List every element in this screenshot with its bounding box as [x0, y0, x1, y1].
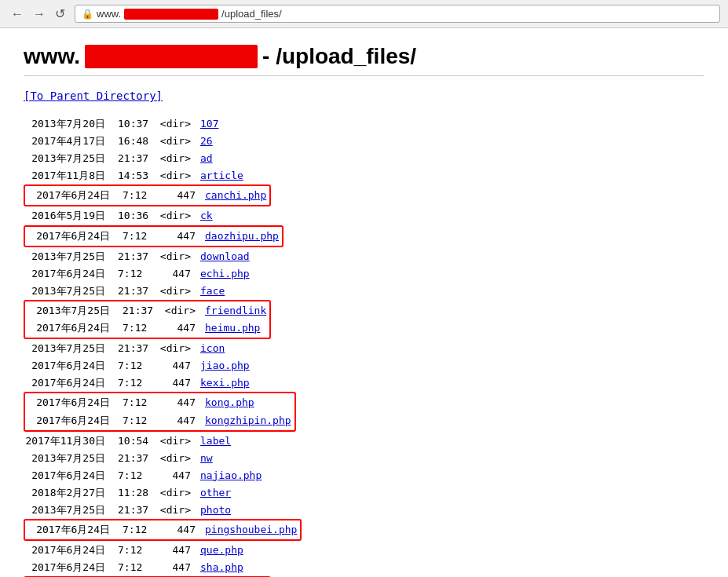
file-time: 21:37	[118, 283, 153, 300]
list-item: 2017年6月24日7:12447daozhipu.php	[28, 228, 279, 245]
file-link[interactable]: jiao.php	[200, 360, 250, 371]
file-link[interactable]: icon	[200, 342, 225, 354]
list-item: 2017年6月24日7:12447que.php	[24, 542, 704, 559]
file-time: 7:12	[118, 374, 153, 392]
list-item: 2013年7月25日21:37<dir>ad	[24, 150, 704, 167]
file-size: 447	[158, 412, 205, 429]
file-name[interactable]: other	[200, 484, 231, 502]
file-name[interactable]: kong.php	[205, 394, 254, 411]
file-name[interactable]: friendlink	[205, 302, 266, 320]
file-link[interactable]: pingshoubei.php	[205, 524, 297, 535]
file-name[interactable]: que.php	[200, 542, 243, 559]
file-size: <dir>	[153, 484, 200, 502]
file-size: <dir>	[158, 302, 205, 320]
file-link[interactable]: download	[200, 250, 250, 262]
file-name[interactable]: canchi.php	[205, 187, 266, 204]
file-name[interactable]: echi.php	[200, 265, 250, 283]
file-time: 21:37	[123, 302, 158, 320]
file-size: 447	[158, 394, 205, 411]
file-name[interactable]: jiao.php	[200, 357, 250, 374]
file-link[interactable]: article	[200, 170, 243, 181]
file-name[interactable]: photo	[200, 502, 231, 519]
file-date: 2016年5月19日	[24, 207, 118, 225]
boxed-group: 2017年6月24日7:12447canchi.php	[24, 184, 271, 206]
file-time: 21:37	[118, 248, 153, 265]
title-redacted	[85, 45, 258, 68]
file-link[interactable]: kexi.php	[200, 377, 250, 389]
file-name[interactable]: sha.php	[200, 559, 243, 576]
file-date: 2013年7月25日	[24, 502, 118, 519]
file-date: 2017年11月8日	[24, 167, 118, 184]
file-size: <dir>	[153, 433, 200, 450]
file-name[interactable]: kexi.php	[200, 374, 250, 392]
file-size: 447	[153, 559, 200, 576]
title-suffix: - /upload_files/	[262, 44, 416, 69]
file-date: 2017年6月24日	[24, 467, 118, 484]
file-size: <dir>	[153, 340, 200, 357]
parent-directory-anchor[interactable]: [To Parent Directory]	[24, 89, 163, 102]
file-name[interactable]: nw	[200, 450, 213, 467]
file-link[interactable]: daozhipu.php	[205, 230, 279, 242]
file-link[interactable]: friendlink	[205, 305, 266, 316]
forward-button[interactable]: →	[30, 5, 49, 23]
file-size: 447	[158, 187, 205, 204]
file-time: 14:53	[118, 167, 153, 184]
file-date: 2017年6月24日	[24, 559, 118, 576]
file-link[interactable]: ad	[200, 152, 213, 164]
file-time: 7:12	[118, 542, 153, 559]
file-name[interactable]: heimu.php	[205, 320, 260, 337]
file-name[interactable]: ck	[200, 207, 213, 225]
address-prefix: www.	[97, 8, 121, 20]
file-name[interactable]: 26	[200, 133, 213, 150]
file-name[interactable]: download	[200, 248, 250, 265]
file-link[interactable]: sha.php	[200, 561, 243, 573]
file-name[interactable]: face	[200, 283, 225, 300]
file-name[interactable]: ad	[200, 150, 213, 167]
file-name[interactable]: kongzhipin.php	[205, 412, 291, 429]
file-link[interactable]: other	[200, 487, 231, 498]
file-name[interactable]: najiao.php	[200, 467, 262, 484]
address-redacted	[124, 9, 218, 20]
file-link[interactable]: 26	[200, 135, 213, 147]
file-name[interactable]: daozhipu.php	[205, 228, 279, 245]
file-size: 447	[153, 374, 200, 392]
reload-button[interactable]: ↺	[52, 5, 68, 23]
file-link[interactable]: 107	[200, 118, 218, 130]
file-link[interactable]: echi.php	[200, 268, 250, 279]
file-link[interactable]: heimu.php	[205, 322, 260, 334]
file-date: 2017年11月30日	[24, 433, 118, 450]
file-link[interactable]: photo	[200, 504, 231, 516]
file-date: 2017年6月24日	[24, 265, 118, 283]
file-date: 2017年6月24日	[24, 357, 118, 374]
file-time: 10:54	[118, 433, 153, 450]
file-name[interactable]: pingshoubei.php	[205, 521, 297, 539]
file-name[interactable]: icon	[200, 340, 225, 357]
file-date: 2013年7月25日	[28, 302, 123, 320]
file-link[interactable]: najiao.php	[200, 469, 262, 481]
file-name[interactable]: label	[200, 433, 231, 450]
file-link[interactable]: kong.php	[205, 396, 254, 408]
file-time: 21:37	[118, 150, 153, 167]
file-link[interactable]: label	[200, 435, 231, 447]
file-date: 2017年6月24日	[28, 521, 123, 539]
file-name[interactable]: 107	[200, 115, 218, 133]
file-time: 7:12	[118, 265, 153, 283]
parent-directory-link[interactable]: [To Parent Directory]	[24, 89, 704, 103]
file-link[interactable]: kongzhipin.php	[205, 414, 291, 426]
file-link[interactable]: nw	[200, 452, 213, 464]
file-size: <dir>	[153, 450, 200, 467]
file-time: 7:12	[123, 187, 158, 204]
back-button[interactable]: ←	[8, 5, 27, 23]
file-size: 447	[158, 320, 205, 337]
file-date: 2013年7月25日	[24, 283, 118, 300]
file-link[interactable]: ck	[200, 210, 213, 221]
file-size: 447	[153, 265, 200, 283]
file-name[interactable]: article	[200, 167, 243, 184]
file-link[interactable]: que.php	[200, 544, 243, 556]
address-bar[interactable]: 🔒 www./upload_files/	[75, 5, 720, 23]
file-link[interactable]: face	[200, 285, 225, 297]
file-size: 447	[158, 521, 205, 539]
list-item: 2016年5月19日10:36<dir>ck	[24, 207, 704, 225]
title-prefix: www.	[24, 44, 80, 69]
file-link[interactable]: canchi.php	[205, 189, 266, 201]
